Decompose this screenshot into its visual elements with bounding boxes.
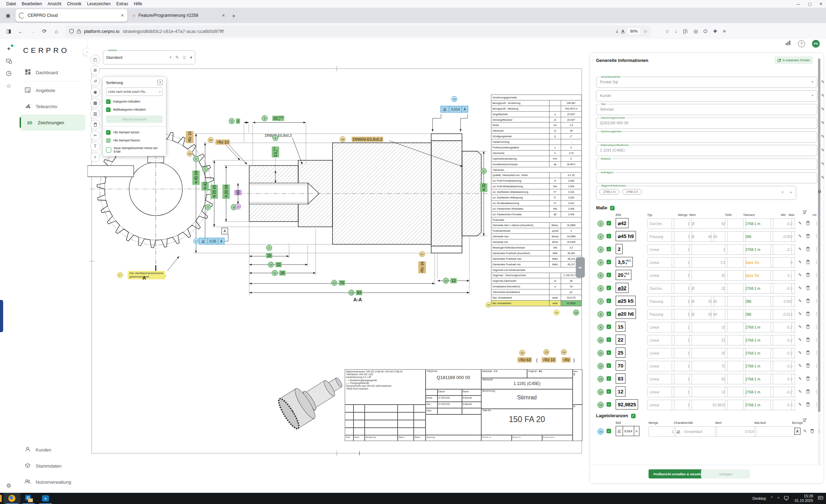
edit-icon[interactable]: ✎ xyxy=(798,363,802,368)
field-zeichnungsindex[interactable]: Zeichnungsindex ✎ xyxy=(596,131,817,142)
edit-icon[interactable]: ✎ xyxy=(821,93,825,98)
kebab-menu-icon[interactable]: ⋮ xyxy=(814,376,819,381)
chevron-down-icon[interactable]: ▾ xyxy=(190,55,192,60)
row-checkbox[interactable]: ✓ xyxy=(607,376,611,381)
menu-item[interactable]: Bearbeiten xyxy=(19,1,45,7)
edit-icon[interactable]: ✎ xyxy=(821,120,825,125)
delete-version-icon[interactable]: 🗑︎ xyxy=(182,55,187,60)
sidebar-item-nutzerverwaltung[interactable]: Nutzerverwaltung xyxy=(18,474,88,490)
tolerance-field[interactable]: 2768-1 m xyxy=(743,361,773,371)
gear-tool-icon[interactable]: ⚙ xyxy=(90,65,100,75)
field-auftragsnr[interactable]: Auftragsnr. ✎ xyxy=(596,172,817,183)
grid-tool-icon[interactable]: ▦ xyxy=(90,98,100,108)
type-field[interactable]: Passung xyxy=(647,309,674,320)
characteristic-field[interactable]: - Gesamtlauf xyxy=(674,426,717,437)
chevron-down-icon[interactable]: ▾ xyxy=(812,80,813,84)
depth-field[interactable] xyxy=(725,270,746,281)
row-checkbox[interactable]: ✓ xyxy=(607,337,611,342)
forward-icon[interactable]: → xyxy=(27,26,38,36)
kebab-menu-icon[interactable]: ⋮ xyxy=(814,337,819,342)
clear-icon[interactable]: ✕ xyxy=(781,190,784,195)
row-checkbox[interactable]: ✓ xyxy=(607,234,611,238)
depth-field[interactable] xyxy=(725,348,746,358)
edit-icon[interactable]: ✎ xyxy=(798,376,802,381)
max-field[interactable] xyxy=(791,218,796,229)
max-field[interactable] xyxy=(791,283,796,294)
kebab-menu-icon[interactable]: ⋮ xyxy=(814,299,819,303)
tolerance-field[interactable]: Spez.Tol. xyxy=(743,257,773,268)
tolerance-field[interactable]: 2768-1 m xyxy=(743,348,773,358)
close-icon[interactable]: ✕ xyxy=(158,80,163,85)
masse-row[interactable]: 15 ✓ 92,9825 Linear 1 92.9825 2768-1 m -… xyxy=(596,399,817,410)
max-field[interactable] xyxy=(791,400,796,410)
side-flyout-tab[interactable] xyxy=(0,300,3,332)
max-field[interactable] xyxy=(791,322,796,332)
trash-icon[interactable] xyxy=(810,429,814,434)
type-field[interactable]: Linear xyxy=(647,361,674,371)
material-condition-field[interactable]: - xyxy=(754,426,796,437)
masse-row[interactable]: 7 ✓ ⌀25 k5 Passung 1 Ø25k5 286 0.002 ✎ ⋮ xyxy=(596,296,817,306)
depth-field[interactable] xyxy=(725,257,746,268)
field-titel[interactable]: Titel Stirnrad ✎ xyxy=(596,104,817,115)
row-checkbox[interactable]: ✓ xyxy=(607,429,611,433)
depth-field[interactable] xyxy=(725,244,746,255)
type-field[interactable]: Durchm. xyxy=(647,218,674,229)
max-field[interactable] xyxy=(791,348,796,358)
tolerance-chip[interactable]: 2768-2 K xyxy=(622,189,642,195)
back-icon[interactable]: ← xyxy=(15,26,26,36)
max-field[interactable] xyxy=(791,257,796,268)
tolerance-field[interactable]: 2768-1 m xyxy=(743,218,773,229)
kebab-menu-icon[interactable]: ⋮ xyxy=(814,234,819,239)
edit-icon[interactable]: ✎ xyxy=(821,79,825,84)
undo-tool-icon[interactable]: ↺ xyxy=(90,76,100,86)
version-selector[interactable]: Version Standard + ✎ 🗑︎ ▾ xyxy=(103,50,195,64)
pages-tool-icon[interactable]: ▥ xyxy=(90,109,100,119)
text-tool-icon[interactable]: T xyxy=(90,141,100,151)
avatar[interactable]: PS xyxy=(812,40,820,48)
masse-row[interactable]: 3 ✓ 2 Linear 1 2 2768-1 m -0.1 ✎ ⋮ xyxy=(596,244,817,254)
edit-icon[interactable]: ✎ xyxy=(798,402,802,407)
checkbox-icon[interactable]: ✓ xyxy=(106,130,111,135)
sync-icon[interactable]: ⏻ xyxy=(704,28,707,34)
tab-close-icon[interactable]: ✕ xyxy=(222,13,225,18)
masse-row[interactable]: 12 ✓ 70 Linear 1 70 2768-1 m -0.3 ✎ ⋮ xyxy=(596,360,817,371)
taskbar-more-icon[interactable]: » xyxy=(771,495,772,499)
row-checkbox[interactable]: ✓ xyxy=(607,260,611,264)
manual-stamp-button[interactable]: Manuell Stempeln xyxy=(106,115,163,123)
edit-icon[interactable]: ✎ xyxy=(798,312,802,316)
depth-field[interactable] xyxy=(725,374,746,384)
url-bar[interactable]: platform.cerpro.io/drawings/d6dbf3c2-c61… xyxy=(66,26,651,37)
type-field[interactable]: Linear xyxy=(647,322,674,332)
checkbox-icon[interactable]: ✓ xyxy=(106,107,111,112)
network-icon[interactable] xyxy=(784,496,790,501)
trash-icon[interactable] xyxy=(806,350,810,356)
kebab-menu-icon[interactable]: ⋮ xyxy=(814,286,819,290)
edit-icon[interactable]: ✎ xyxy=(821,134,825,139)
taskbar-remote-icon[interactable]: » xyxy=(37,493,54,504)
trash-icon[interactable] xyxy=(806,247,810,252)
type-field[interactable]: Durchm. xyxy=(647,283,674,294)
kebab-menu-icon[interactable]: ⋮ xyxy=(814,324,819,329)
row-checkbox[interactable]: ✓ xyxy=(607,389,611,394)
reload-icon[interactable]: ⟳ xyxy=(39,26,50,36)
depth-field[interactable] xyxy=(725,218,746,229)
open-separate-window-button[interactable]: In separates Fenster xyxy=(775,56,813,64)
settings-icon[interactable]: ⚙ xyxy=(0,482,18,489)
save-page-icon[interactable]: ⤓ xyxy=(616,28,618,34)
menu-item[interactable]: Chronik xyxy=(64,1,84,7)
depth-field[interactable] xyxy=(725,322,746,332)
tray-expand-icon[interactable]: ^ xyxy=(778,496,779,500)
type-field[interactable]: Linear xyxy=(647,335,674,345)
type-field[interactable]: Passung xyxy=(647,296,674,307)
edit-icon[interactable]: ✎ xyxy=(798,260,802,265)
edit-icon[interactable]: ✎ xyxy=(798,350,802,355)
edit-icon[interactable]: ✎ xyxy=(798,247,802,252)
max-field[interactable] xyxy=(791,270,796,281)
depth-field[interactable] xyxy=(725,361,746,371)
row-checkbox[interactable]: ✓ xyxy=(607,324,611,329)
checkbox-icon[interactable]: – xyxy=(106,138,111,143)
taskbar-edge-app[interactable] xyxy=(0,495,2,502)
tolerance-field[interactable]: 2768-1 m xyxy=(743,387,773,397)
edit-icon[interactable]: ✎ xyxy=(821,161,825,166)
tolerance-field[interactable]: 2768-1 m xyxy=(743,400,773,410)
